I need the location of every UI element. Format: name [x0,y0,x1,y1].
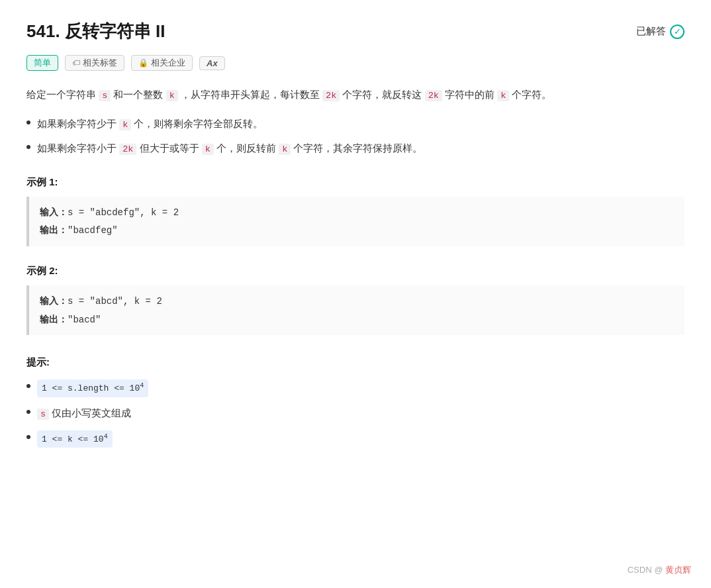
related-tags-button[interactable]: 🏷 相关标签 [65,55,124,71]
description-text-1: 如果剩余字符少于 k 个，则将剩余字符全部反转。 [37,115,263,133]
constraint-3: 1 <= k <= 104 [37,430,113,448]
hint-bullet-1 [26,384,30,388]
tag-icon: 🏷 [72,58,80,68]
check-icon: ✓ [670,24,685,39]
hint-text-2: s 仅由小写英文组成 [37,404,131,422]
username: 黄贞辉 [665,565,691,575]
example2-title: 示例 2: [26,265,685,277]
problem-title: 541. 反转字符串 II [26,20,166,43]
footer: CSDN @ 黄贞辉 [628,564,691,576]
hint-item-3: 1 <= k <= 104 [26,429,685,448]
description-item-1: 如果剩余字符少于 k 个，则将剩余字符全部反转。 [26,115,685,133]
description-text-2: 如果剩余字符小于 2k 但大于或等于 k 个，则反转前 k 个字符，其余字符保持… [37,139,422,158]
description-item-2: 如果剩余字符小于 2k 但大于或等于 k 个，则反转前 k 个字符，其余字符保持… [26,139,685,158]
difficulty-tag[interactable]: 简单 [26,55,58,71]
example1-block: 输入：s = "abcdefg", k = 2 输出："bacdfeg" [26,197,685,246]
hint-bullet-3 [26,435,30,439]
solved-label: 已解答 [636,25,666,38]
example1-title: 示例 1: [26,176,685,189]
ax-button[interactable]: Ax [199,56,225,70]
example2-output: 输出："bacd" [40,311,674,329]
bullet-dot-2 [26,145,30,149]
solved-badge: 已解答 ✓ [636,24,685,39]
at-sign: @ [654,565,663,575]
header-row: 541. 反转字符串 II 已解答 ✓ [26,20,685,43]
related-company-label: 相关企业 [151,57,185,69]
tags-row: 简单 🏷 相关标签 🔒 相关企业 Ax [26,55,685,71]
hint-item-1: 1 <= s.length <= 104 [26,378,685,397]
hint-bullet-2 [26,410,30,414]
example1-output: 输出："bacdfeg" [40,221,674,240]
constraint-1: 1 <= s.length <= 104 [37,379,148,397]
hint-text-1: 1 <= s.length <= 104 [37,378,148,397]
description-list: 如果剩余字符少于 k 个，则将剩余字符全部反转。 如果剩余字符小于 2k 但大于… [26,115,685,158]
related-tags-label: 相关标签 [83,57,117,69]
csdn-label: CSDN [628,565,652,575]
main-description: 给定一个字符串 s 和一个整数 k ，从字符串开头算起，每计数至 2k 个字符，… [26,85,685,104]
hint-text-3: 1 <= k <= 104 [37,429,113,448]
example1-input: 输入：s = "abcdefg", k = 2 [40,203,674,222]
hint-item-2: s 仅由小写英文组成 [26,404,685,422]
example2-input: 输入：s = "abcd", k = 2 [40,292,674,311]
example2-block: 输入：s = "abcd", k = 2 输出："bacd" [26,285,685,335]
hints-title: 提示: [26,356,685,369]
lock-icon: 🔒 [138,58,148,68]
related-company-button[interactable]: 🔒 相关企业 [131,55,193,71]
bullet-dot-1 [26,121,30,124]
